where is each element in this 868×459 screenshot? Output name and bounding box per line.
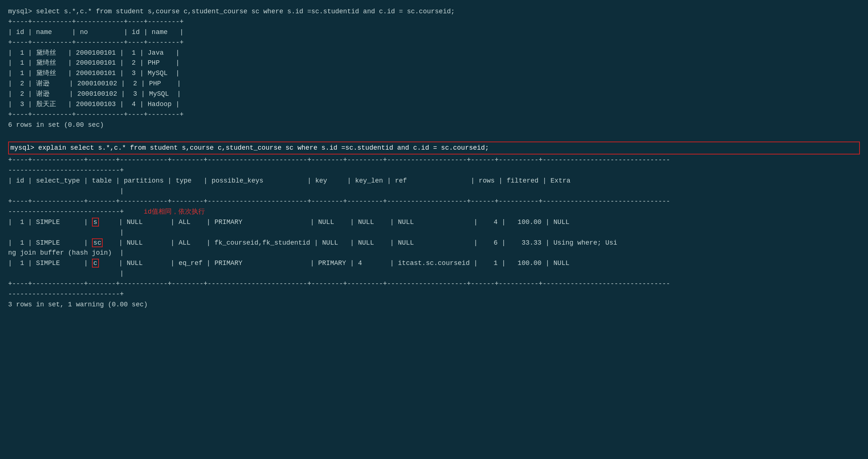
annotation-text: id值相同，依次执行 (144, 208, 205, 215)
explain-headers: | id | select_type | table | partitions … (8, 176, 860, 186)
explain-row3-cont: | (8, 269, 860, 279)
explain-sep-2b-annotation: ----------------------------+ id值相同，依次执行 (8, 207, 860, 217)
result-summary: 3 rows in set, 1 warning (0.00 sec) (8, 300, 860, 310)
explain-sep-3a: +----+-------------+-------+------------… (8, 279, 860, 289)
explain-sep-1a: +----+-------------+-------+------------… (8, 155, 860, 166)
explain-row3: | 1 | SIMPLE | c | NULL | eq_ref | PRIMA… (8, 258, 860, 269)
line-blank (8, 130, 860, 141)
explain-row2-cont: ng join buffer (hash join) | (8, 248, 860, 258)
explain-row1: | 1 | SIMPLE | s | NULL | ALL | PRIMARY … (8, 217, 860, 228)
line-8: | 2 | 谢逊 | 2000100102 | 2 | PHP | (8, 79, 860, 89)
line-9: | 2 | 谢逊 | 2000100102 | 3 | MySQL | (8, 89, 860, 99)
explain-sep-3b: ----------------------------+ (8, 289, 860, 300)
line-2: +----+----------+------------+----+-----… (8, 17, 860, 27)
explain-headers-cont: | (8, 186, 860, 197)
explain-sep-2a: +----+-------------+-------+------------… (8, 197, 860, 207)
explain-query-line: mysql> explain select s.*,c.* from stude… (8, 142, 860, 155)
line-3: | id | name | no | id | name | (8, 27, 860, 38)
line-7: | 1 | 黛绮丝 | 2000100101 | 3 | MySQL | (8, 68, 860, 79)
line-1: mysql> select s.*,c.* from student s,cou… (8, 7, 860, 17)
line-12: 6 rows in set (0.00 sec) (8, 120, 860, 130)
line-6: | 1 | 黛绮丝 | 2000100101 | 2 | PHP | (8, 58, 860, 68)
explain-row2: | 1 | SIMPLE | sc | NULL | ALL | fk_cour… (8, 238, 860, 248)
line-4: +----+----------+------------+----+-----… (8, 38, 860, 48)
explain-sep-1b: ----------------------------+ (8, 166, 860, 176)
line-10: | 3 | 殷天正 | 2000100103 | 4 | Hadoop | (8, 99, 860, 110)
line-11: +----+----------+------------+----+-----… (8, 110, 860, 120)
terminal-window: mysql> select s.*,c.* from student s,cou… (8, 7, 860, 310)
line-5: | 1 | 黛绮丝 | 2000100101 | 1 | Java | (8, 48, 860, 58)
explain-row1-cont: | (8, 228, 860, 238)
